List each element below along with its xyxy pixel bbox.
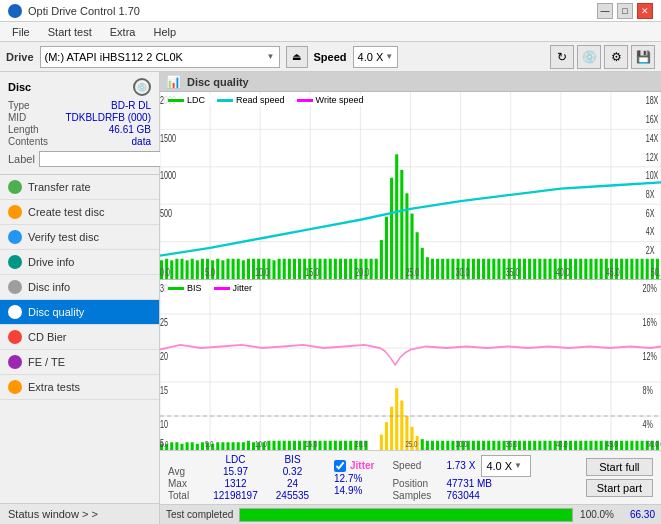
refresh-icon-btn[interactable]: ↻: [550, 45, 574, 69]
save-icon-btn[interactable]: 💾: [631, 45, 655, 69]
svg-rect-33: [247, 259, 250, 279]
menu-help[interactable]: Help: [145, 25, 184, 39]
svg-rect-42: [293, 259, 296, 279]
svg-rect-206: [436, 441, 439, 450]
nav-fe-te[interactable]: FE / TE: [0, 350, 159, 375]
nav-drive-info[interactable]: Drive info: [0, 250, 159, 275]
svg-rect-165: [216, 442, 219, 450]
svg-rect-208: [446, 441, 449, 450]
read-speed-legend: Read speed: [217, 95, 285, 105]
drive-dropdown-arrow: ▼: [267, 52, 275, 61]
svg-text:8%: 8%: [643, 385, 653, 397]
menu-extra[interactable]: Extra: [102, 25, 144, 39]
speed-selector[interactable]: 4.0 X ▼: [353, 46, 399, 68]
disc-info-icon: [8, 280, 22, 294]
svg-text:20: 20: [160, 351, 168, 363]
svg-rect-89: [533, 259, 536, 279]
svg-rect-52: [344, 259, 347, 279]
svg-rect-237: [595, 441, 598, 450]
minimize-button[interactable]: —: [597, 3, 613, 19]
disc-label-label: Label: [8, 153, 35, 165]
svg-rect-19: [175, 259, 178, 279]
svg-rect-53: [349, 259, 352, 279]
svg-rect-180: [293, 441, 296, 450]
svg-text:15.0: 15.0: [305, 266, 319, 278]
svg-text:14X: 14X: [646, 132, 659, 144]
nav-extra-tests[interactable]: Extra tests: [0, 375, 159, 400]
svg-rect-215: [482, 441, 485, 450]
nav-verify-test-disc[interactable]: Verify test disc: [0, 225, 159, 250]
svg-text:15: 15: [160, 385, 168, 397]
svg-rect-204: [426, 441, 429, 450]
svg-text:1500: 1500: [160, 132, 176, 144]
svg-rect-209: [451, 441, 454, 450]
status-window-btn[interactable]: Status window > >: [0, 503, 159, 524]
disc-icon-btn[interactable]: 💿: [577, 45, 601, 69]
nav-cd-bier[interactable]: CD Bier: [0, 325, 159, 350]
nav-disc-info[interactable]: Disc info: [0, 275, 159, 300]
total-label: Total: [168, 490, 206, 501]
svg-rect-186: [324, 441, 327, 450]
svg-rect-216: [487, 441, 490, 450]
svg-rect-68: [426, 257, 429, 279]
nav-transfer-rate[interactable]: Transfer rate: [0, 175, 159, 200]
settings-icon-btn[interactable]: ⚙: [604, 45, 628, 69]
speed-dropdown-arrow: ▼: [385, 52, 393, 61]
svg-text:25.0: 25.0: [405, 266, 419, 278]
svg-rect-222: [518, 441, 521, 450]
disc-mid-value: TDKBLDRFB (000): [65, 112, 151, 123]
svg-rect-189: [339, 441, 342, 450]
ldc-col-header: LDC: [208, 454, 263, 465]
samples-label: Samples: [392, 490, 440, 501]
chart-speed-dropdown[interactable]: 4.0 X ▼: [481, 455, 531, 477]
nav-cd-bier-label: CD Bier: [28, 331, 67, 343]
svg-rect-170: [242, 442, 245, 450]
svg-rect-198: [395, 388, 398, 450]
bis-chart-area: BIS Jitter: [160, 280, 661, 450]
app-title: Opti Drive Control 1.70: [28, 5, 140, 17]
bis-chart-svg: 20% 16% 12% 8% 4% 30 25 20 15 10 5 0.0 5…: [160, 280, 661, 450]
svg-rect-62: [395, 154, 398, 279]
chart-container: 📊 Disc quality LDC Read speed: [160, 72, 661, 450]
menu-file[interactable]: File: [4, 25, 38, 39]
avg-ldc: 15.97: [208, 466, 263, 477]
nav-disc-quality-label: Disc quality: [28, 306, 84, 318]
speed-label: Speed: [314, 51, 347, 63]
nav-disc-quality[interactable]: Disc quality: [0, 300, 159, 325]
svg-rect-223: [523, 441, 526, 450]
speed-value: 4.0 X: [358, 51, 384, 63]
disc-label-input[interactable]: [39, 151, 172, 167]
svg-rect-20: [180, 259, 183, 279]
svg-rect-185: [318, 441, 321, 450]
jitter-checkbox[interactable]: [334, 460, 346, 472]
maximize-button[interactable]: □: [617, 3, 633, 19]
svg-rect-108: [630, 259, 633, 279]
svg-text:18X: 18X: [646, 95, 659, 107]
nav-extra-tests-label: Extra tests: [28, 381, 80, 393]
start-full-button[interactable]: Start full: [586, 458, 653, 476]
nav-create-test-disc[interactable]: Create test disc: [0, 200, 159, 225]
start-part-button[interactable]: Start part: [586, 479, 653, 497]
drive-selector[interactable]: (M:) ATAPI iHBS112 2 CL0K ▼: [40, 46, 280, 68]
svg-rect-61: [390, 178, 393, 279]
chart-header-icon: 📊: [166, 75, 181, 89]
svg-rect-217: [492, 441, 495, 450]
disc-label-row: Label 🔍: [8, 150, 151, 168]
create-test-disc-icon: [8, 205, 22, 219]
svg-rect-162: [201, 442, 204, 450]
title-controls: — □ ✕: [597, 3, 653, 19]
status-window-label: Status window > >: [8, 508, 98, 520]
svg-rect-110: [641, 259, 644, 279]
svg-text:16X: 16X: [646, 114, 659, 126]
svg-text:25.0: 25.0: [405, 439, 417, 450]
progress-fill: [240, 509, 572, 521]
svg-rect-203: [421, 439, 424, 450]
eject-button[interactable]: ⏏: [286, 46, 308, 68]
disc-type-value: BD-R DL: [111, 100, 151, 111]
svg-rect-87: [523, 259, 526, 279]
close-button[interactable]: ✕: [637, 3, 653, 19]
menu-start-test[interactable]: Start test: [40, 25, 100, 39]
svg-rect-224: [528, 441, 531, 450]
svg-text:40.0: 40.0: [556, 439, 568, 450]
drive-bar: Drive (M:) ATAPI iHBS112 2 CL0K ▼ ⏏ Spee…: [0, 42, 661, 72]
